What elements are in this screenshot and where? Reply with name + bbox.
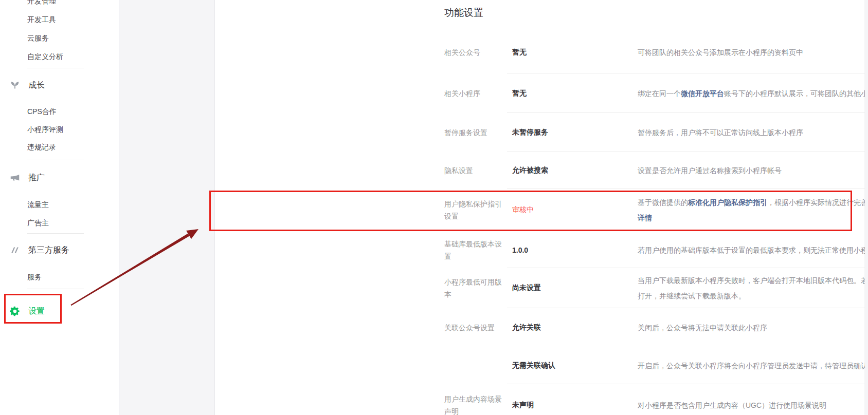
sidebar-section-label: 推广 [28, 173, 45, 183]
row-label: 暂停服务设置 [444, 126, 506, 139]
settings-row-user-privacy-guideline: 用户隐私保护指引设置审核中基于微信提供的标准化用户隐私保护指引，根据小程序实际情… [430, 188, 868, 232]
row-label: 关联公众号设置 [444, 322, 506, 334]
settings-row-privacy-search: 隐私设置允许被搜索设置是否允许用户通过名称搜索到小程序帐号关闭 [430, 152, 868, 188]
row-label: 基础库最低版本设置 [444, 238, 506, 262]
sidebar-item-advertiser[interactable]: 广告主 [27, 218, 49, 228]
sidebar: 开发管理开发工具云服务自定义分析成长CPS合作小程序评测违规记录推广流量主广告主… [0, 0, 119, 415]
inline-link[interactable]: 标准化用户隐私保护指引 [688, 198, 767, 206]
description-text: 账号下的小程序默认展示，可将团队的其他小程序添加展示在小程序的资料页中 [724, 89, 868, 98]
settings-row-min-available-version: 小程序最低可用版本尚未设置当用户下载最新版本小程序失败时，客户端会打开本地旧版本… [430, 268, 868, 308]
mp-console-page: 开发管理开发工具云服务自定义分析成长CPS合作小程序评测违规记录推广流量主广告主… [0, 0, 868, 415]
right-gutter [865, 0, 868, 415]
third-party-icon [9, 244, 21, 256]
row-description: 暂停服务后，用户将不可以正常访问线上版本小程序 [638, 125, 868, 140]
row-label: 小程序最低可用版本 [444, 276, 506, 300]
row-description: 当用户下载最新版本小程序失败时，客户端会打开本地旧版本代码包。若该版本低于设置的… [638, 273, 868, 304]
description-text: 当用户下载最新版本小程序失败时，客户端会打开本地旧版本代码包。若该版本低于设置的… [638, 276, 868, 300]
row-value: 允许关联 [512, 323, 615, 332]
description-text: ，根据小程序实际情况进行完善。小程序发布后即向c端用户展示。 [767, 198, 868, 206]
settings-row-suspend-service: 暂停服务设置未暂停服务暂停服务后，用户将不可以正常访问线上版本小程序暂停服务 [430, 113, 868, 152]
row-label: 相关公众号 [444, 46, 506, 59]
gear-icon [9, 306, 21, 317]
settings-row-min-library-version: 基础库最低版本设置1.0.0若用户使用的基础库版本低于设置的最低版本要求，则无法… [430, 232, 868, 268]
sprout-icon [9, 80, 21, 91]
sidebar-item-custom-analysis[interactable]: 自定义分析 [27, 51, 63, 62]
row-description: 设置是否允许用户通过名称搜索到小程序帐号 [638, 163, 868, 178]
row-description: 可将团队的相关公众号添加展示在小程序的资料页中 [638, 45, 868, 60]
sidebar-section-promotion[interactable]: 推广 [0, 172, 45, 184]
row-value: 暂无 [512, 89, 615, 98]
sidebar-item-miniprogram-evaluation[interactable]: 小程序评测 [27, 124, 63, 135]
description-text: 可将团队的相关公众号添加展示在小程序的资料页中 [638, 48, 803, 56]
description-text: 开启后，公众号关联小程序将会向小程序管理员发送申请，待管理员确认后才能关联成功 [638, 362, 868, 370]
settings-row-related-miniprogram: 相关小程序暂无绑定在同一个微信开放平台账号下的小程序默认展示，可将团队的其他小程… [430, 73, 868, 113]
row-value-status: 审核中 [512, 205, 615, 215]
row-description: 基于微信提供的标准化用户隐私保护指引，根据小程序实际情况进行完善。小程序发布后即… [638, 195, 868, 225]
page-title: 功能设置 [444, 6, 483, 20]
description-text: 若用户使用的基础库版本低于设置的最低版本要求，则无法正常使用小程序，并提示更新微… [638, 246, 868, 254]
sidebar-item-traffic-owner[interactable]: 流量主 [27, 199, 49, 210]
row-description: 开启后，公众号关联小程序将会向小程序管理员发送申请，待管理员确认后才能关联成功 [638, 358, 868, 373]
sidebar-divider [27, 233, 84, 234]
row-value: 未声明 [512, 401, 615, 410]
settings-panel: 功能设置 相关公众号暂无可将团队的相关公众号添加展示在小程序的资料页中修改相关小… [214, 0, 864, 415]
row-value: 1.0.0 [512, 246, 615, 254]
sidebar-divider [27, 289, 84, 289]
row-value: 未暂停服务 [512, 128, 615, 137]
sidebar-divider [27, 160, 84, 160]
sidebar-item-service[interactable]: 服务 [27, 272, 42, 282]
sidebar-section-label: 设置 [28, 306, 45, 317]
sidebar-item-cloud-service[interactable]: 云服务 [27, 33, 49, 43]
sidebar-section-label: 成长 [28, 80, 45, 91]
settings-row-link-official-account: 关联公众号设置允许关联关闭后，公众号将无法申请关联此小程序关闭 [430, 308, 868, 347]
sidebar-divider [27, 68, 84, 68]
row-value: 允许被搜索 [512, 166, 615, 175]
megaphone-icon [9, 172, 21, 183]
inline-link[interactable]: 微信开放平台 [681, 89, 724, 98]
row-description: 关闭后，公众号将无法申请关联此小程序 [638, 320, 868, 335]
sidebar-item-cps-cooperation[interactable]: CPS合作 [27, 106, 57, 117]
row-value: 尚未设置 [512, 284, 615, 293]
row-description: 绑定在同一个微信开放平台账号下的小程序默认展示，可将团队的其他小程序添加展示在小… [638, 86, 868, 101]
sidebar-item-dev-management[interactable]: 开发管理 [27, 0, 56, 6]
row-value: 暂无 [512, 48, 615, 57]
sidebar-section-label: 第三方服务 [28, 245, 69, 256]
row-description: 对小程序是否包含用户生成内容（UGC）进行使用场景说明 [638, 398, 868, 413]
description-text: 对小程序是否包含用户生成内容（UGC）进行使用场景说明 [638, 401, 826, 409]
description-text: 暂停服务后，用户将不可以正常访问线上版本小程序 [638, 128, 803, 137]
row-label: 用户生成内容场景声明 [444, 393, 506, 415]
sidebar-item-dev-tools[interactable]: 开发工具 [27, 14, 56, 25]
settings-row-related-official-account: 相关公众号暂无可将团队的相关公众号添加展示在小程序的资料页中修改 [430, 31, 868, 73]
settings-row-no-link-confirm: 无需关联确认开启后，公众号关联小程序将会向小程序管理员发送申请，待管理员确认后才… [430, 347, 868, 384]
description-text: 关闭后，公众号将无法申请关联此小程序 [638, 324, 767, 332]
row-description: 若用户使用的基础库版本低于设置的最低版本要求，则无法正常使用小程序，并提示更新微… [638, 242, 868, 258]
row-label: 隐私设置 [444, 164, 506, 177]
content-gutter [119, 0, 214, 415]
sidebar-item-violation-records[interactable]: 违规记录 [27, 142, 56, 152]
row-label: 相关小程序 [444, 87, 506, 100]
description-text: 基于微信提供的 [638, 198, 688, 206]
row-label: 用户隐私保护指引设置 [444, 198, 506, 222]
settings-row-ugc-declaration: 用户生成内容场景声明未声明对小程序是否包含用户生成内容（UGC）进行使用场景说明… [430, 384, 868, 415]
sidebar-section-growth[interactable]: 成长 [0, 79, 45, 91]
sidebar-section-settings[interactable]: 设置 [0, 305, 45, 317]
description-text: 绑定在同一个 [638, 89, 681, 98]
sidebar-section-third-party[interactable]: 第三方服务 [0, 244, 69, 256]
row-value: 无需关联确认 [512, 361, 615, 370]
description-text: 设置是否允许用户通过名称搜索到小程序帐号 [638, 166, 782, 175]
